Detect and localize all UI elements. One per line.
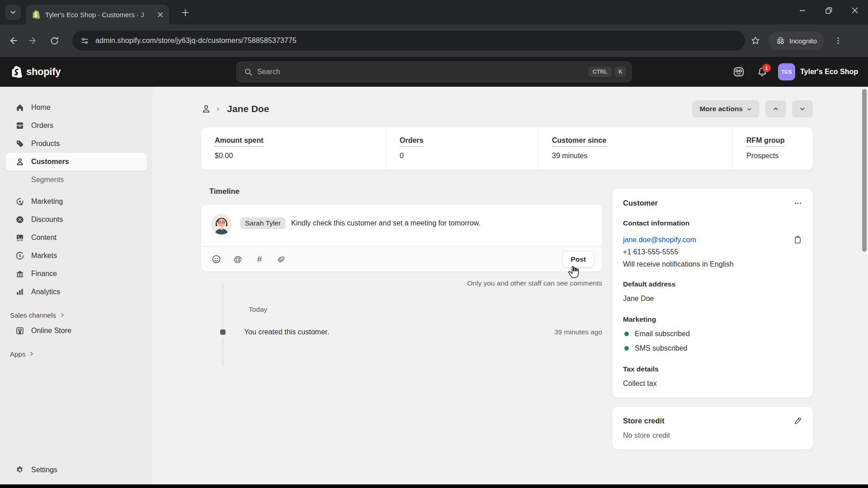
customer-card-title: Customer <box>623 199 658 207</box>
copy-icon[interactable] <box>793 235 802 244</box>
window-restore-button[interactable] <box>816 0 842 21</box>
hashtag-icon[interactable]: # <box>255 254 264 264</box>
sidebar-item-label: Home <box>31 103 51 112</box>
post-button[interactable]: Post <box>562 251 594 267</box>
global-search-bar[interactable]: Search CTRL K <box>236 61 632 82</box>
storefront-icon <box>15 326 24 335</box>
avatar <box>211 214 232 235</box>
window-bottom-edge <box>0 484 868 488</box>
timeline-event-time: 39 minutes ago <box>554 328 602 336</box>
shop-name: Tyler's Eco Shop <box>800 68 858 76</box>
customer-metrics-card: Amount spent $0.00 Orders 0 Customer sin… <box>201 127 813 170</box>
chevron-down-icon <box>799 106 806 112</box>
sidekick-button[interactable] <box>729 62 748 81</box>
customer-breadcrumb-icon[interactable] <box>201 104 211 114</box>
status-dot-green <box>624 346 629 351</box>
apps-header[interactable]: Apps <box>5 347 147 361</box>
browser-menu-icon[interactable] <box>830 33 846 48</box>
tab-close-icon[interactable] <box>157 11 164 18</box>
emoji-icon[interactable] <box>211 254 221 264</box>
orders-icon <box>15 121 24 130</box>
sidebar-item-markets[interactable]: $ Markets <box>5 247 147 265</box>
bookmark-star-icon[interactable] <box>750 36 760 46</box>
sales-channels-label: Sales channels <box>10 311 56 319</box>
timeline-event-text: You created this customer. <box>244 328 329 336</box>
attachment-icon[interactable] <box>276 254 286 264</box>
sidebar-item-label: Settings <box>31 466 57 474</box>
account-menu[interactable]: TES Tyler's Eco Shop <box>776 61 862 82</box>
sidebar-item-settings[interactable]: Settings <box>5 461 147 479</box>
window-minimize-button[interactable] <box>789 0 816 21</box>
main-panel: Jane Doe More actions <box>152 87 868 484</box>
default-address-name: Jane Doe <box>623 295 802 303</box>
shopify-logo-text: shopify <box>26 66 61 78</box>
reload-button[interactable] <box>46 33 62 49</box>
workspace: Home Orders Products Customers <box>0 87 868 484</box>
more-menu-icon[interactable] <box>794 199 802 207</box>
metric-label[interactable]: Orders <box>400 136 423 147</box>
metric-customer-since: Customer since 39 minutes <box>538 127 732 170</box>
metric-label[interactable]: RFM group <box>746 136 784 147</box>
breadcrumb: Jane Doe <box>201 103 269 114</box>
timeline-heading: Timeline <box>209 187 602 196</box>
browser-toolbar: admin.shopify.com/store/jy63jq-dc/custom… <box>0 24 868 57</box>
comment-toolbar: @ # Post <box>201 246 602 272</box>
more-actions-button[interactable]: More actions <box>692 100 760 117</box>
tax-details-value: Collect tax <box>623 380 802 388</box>
sidebar-item-analytics[interactable]: Analytics <box>5 283 147 301</box>
url-bar[interactable]: admin.shopify.com/store/jy63jq-dc/custom… <box>72 31 745 51</box>
sidebar-item-discounts[interactable]: Discounts <box>5 211 147 229</box>
tab-search-button[interactable] <box>5 5 21 20</box>
sales-channels-header[interactable]: Sales channels <box>5 308 147 322</box>
shortcut-ctrl-key: CTRL <box>589 67 612 77</box>
timeline-date-label: Today <box>249 305 602 314</box>
sidebar-item-label: Marketing <box>31 197 63 206</box>
sidebar-item-segments[interactable]: Segments <box>5 171 147 189</box>
window-controls <box>789 0 868 21</box>
discount-icon <box>15 215 24 224</box>
timeline-event: You created this customer. 39 minutes ag… <box>201 328 602 336</box>
incognito-label: Incognito <box>789 37 817 45</box>
bank-icon <box>15 269 24 278</box>
site-settings-icon[interactable] <box>80 37 89 45</box>
sidebar-item-finance[interactable]: Finance <box>5 265 147 283</box>
default-address-heading: Default address <box>623 280 802 288</box>
browser-tab[interactable]: Tyler's Eco Shop · Customers · J <box>26 5 169 24</box>
mention-icon[interactable]: @ <box>233 254 243 264</box>
sidebar-item-marketing[interactable]: Marketing <box>5 192 147 211</box>
previous-customer-button[interactable] <box>765 100 786 117</box>
metric-value: 39 minutes <box>552 152 732 160</box>
gear-icon <box>15 465 24 474</box>
sidebar-item-label: Segments <box>31 176 64 184</box>
marketing-icon <box>15 197 24 206</box>
sidebar-item-products[interactable]: Products <box>5 135 147 153</box>
tax-details-heading: Tax details <box>623 365 802 373</box>
forward-button[interactable] <box>25 33 42 49</box>
chevron-up-icon <box>773 106 779 112</box>
sidebar-item-content[interactable]: Content <box>5 229 147 247</box>
timeline-event-dot <box>220 329 226 335</box>
customer-phone: +1 613-555-5555 <box>623 248 802 256</box>
scrollbar[interactable] <box>862 89 867 252</box>
shortcut-k-key: K <box>614 67 627 77</box>
sidebar-item-home[interactable]: Home <box>5 99 147 117</box>
next-customer-button[interactable] <box>792 100 813 117</box>
search-placeholder: Search <box>257 68 586 76</box>
sidebar-item-customers[interactable]: Customers <box>5 153 147 171</box>
edit-pencil-icon[interactable] <box>793 417 802 425</box>
sidebar-item-online-store[interactable]: Online Store <box>5 322 147 340</box>
shopify-topbar: shopify Search CTRL K 1 TES <box>0 57 868 87</box>
notifications-button[interactable]: 1 <box>753 62 772 81</box>
back-button[interactable] <box>5 33 21 49</box>
metric-label[interactable]: Amount spent <box>215 136 264 147</box>
window-close-button[interactable] <box>842 0 868 21</box>
new-tab-button[interactable] <box>178 5 193 20</box>
chevron-down-icon <box>9 9 17 16</box>
shopify-logo[interactable]: shopify <box>12 66 61 78</box>
comment-author-badge[interactable]: Sarah Tyler <box>240 217 286 229</box>
sidebar-item-label: Products <box>31 140 60 148</box>
metric-amount-spent: Amount spent $0.00 <box>201 127 386 170</box>
customer-email-link[interactable]: jane.doe@shopify.com <box>623 236 696 244</box>
sidebar-item-orders[interactable]: Orders <box>5 117 147 135</box>
metric-label[interactable]: Customer since <box>552 136 606 147</box>
